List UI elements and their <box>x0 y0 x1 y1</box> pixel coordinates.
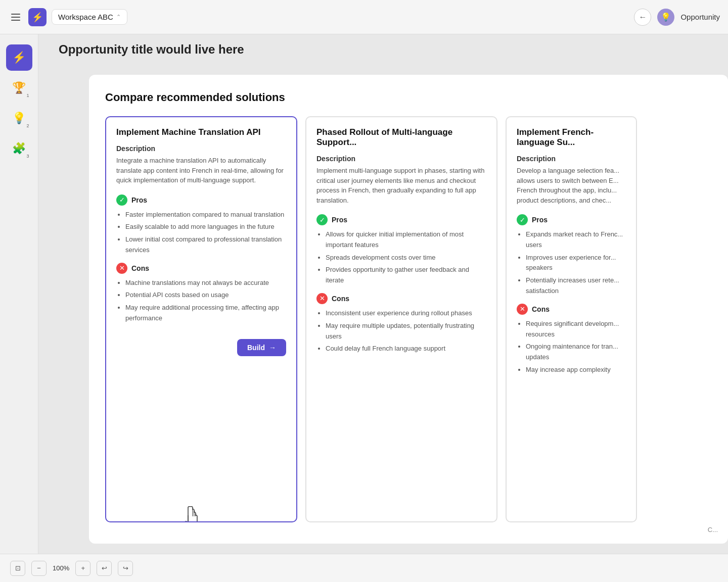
pros-label-3: Pros <box>532 216 548 224</box>
solution-card-1-title: Implement Machine Translation API <box>116 127 286 137</box>
flash-icon: ⚡ <box>12 51 26 64</box>
pros-list-2: Allows for quicker initial implementatio… <box>316 229 486 286</box>
left-sidebar: ⚡ 🏆 1 💡 2 🧩 3 <box>0 34 38 582</box>
cons-item: Potential API costs based on usage <box>125 290 286 301</box>
solution-card-3-desc-text: Develop a language selection fea... allo… <box>517 166 626 205</box>
pros-item: Provides opportunity to gather user feed… <box>326 265 486 286</box>
solution-card-3-cons: ✕ Cons Requires significant developm... … <box>517 304 626 375</box>
pros-item: Expands market reach to Frenc... users <box>526 229 626 251</box>
sidebar-item-puzzle[interactable]: 🧩 3 <box>6 135 32 162</box>
solution-card-3[interactable]: Implement French-language Su... Descript… <box>506 116 637 522</box>
app-icon: ⚡ <box>28 8 47 26</box>
cons-item: Machine translations may not always be a… <box>125 278 286 288</box>
solution-card-3-desc-label: Description <box>517 155 626 163</box>
pros-label-1: Pros <box>131 196 147 204</box>
solution-card-1[interactable]: Implement Machine Translation API Descri… <box>105 116 297 522</box>
sidebar-badge-3: 3 <box>26 154 29 159</box>
cons-header-3: ✕ Cons <box>517 304 626 315</box>
build-arrow-icon: → <box>269 344 276 352</box>
cons-item: May require multiple updates, potentiall… <box>326 321 486 342</box>
trophy-icon: 🏆 <box>12 81 26 94</box>
cons-header-2: ✕ Cons <box>316 293 486 304</box>
sidebar-badge-2: 2 <box>26 123 29 128</box>
cons-item: May increase app complexity <box>526 365 626 375</box>
minus-icon: − <box>37 564 41 572</box>
cons-label-3: Cons <box>532 305 550 313</box>
pros-list-1: Faster implementation compared to manual… <box>116 210 286 256</box>
solution-card-1-cons: ✕ Cons Machine translations may not alwa… <box>116 263 286 324</box>
pros-icon-1: ✓ <box>116 195 127 206</box>
sidebar-item-idea[interactable]: 💡 2 <box>6 105 32 131</box>
pros-item: Improves user experience for... speakers <box>526 253 626 274</box>
zoom-in-button[interactable]: + <box>75 561 90 576</box>
cons-icon-2: ✕ <box>316 293 328 304</box>
cons-item: May require additional processing time, … <box>125 303 286 324</box>
sidebar-item-trophy[interactable]: 🏆 1 <box>6 75 32 101</box>
corner-label: C... <box>708 526 718 534</box>
pros-item: Allows for quicker initial implementatio… <box>326 229 486 251</box>
redo-icon: ↪ <box>123 564 128 572</box>
fit-view-button[interactable]: ⊡ <box>10 561 25 576</box>
workspace-name: Workspace ABC <box>58 13 113 21</box>
menu-button[interactable] <box>8 11 23 24</box>
solution-card-1-desc-label: Description <box>116 144 286 153</box>
top-bar-right: ← 💡 Opportunity <box>634 9 720 26</box>
solution-card-1-pros: ✓ Pros Faster implementation compared to… <box>116 195 286 256</box>
right-panel-header: Opportunity title would live here <box>38 34 728 65</box>
puzzle-icon: 🧩 <box>12 142 26 155</box>
top-bar: ⚡ Workspace ABC ⌃ ← 💡 Opportunity <box>0 0 728 34</box>
cons-icon-3: ✕ <box>517 304 528 315</box>
redo-button[interactable]: ↪ <box>118 561 133 576</box>
sidebar-item-flash[interactable]: ⚡ <box>6 44 32 71</box>
opportunity-label: Opportunity <box>680 13 720 21</box>
solution-card-2-title: Phased Rollout of Multi-language Support… <box>316 127 486 148</box>
workspace-selector[interactable]: Workspace ABC ⌃ <box>52 9 127 25</box>
undo-button[interactable]: ↩ <box>97 561 112 576</box>
solution-card-3-title: Implement French-language Su... <box>517 127 626 148</box>
pros-header-1: ✓ Pros <box>116 195 286 206</box>
chevron-down-icon: ⌃ <box>116 14 121 20</box>
pros-header-3: ✓ Pros <box>517 214 626 225</box>
cons-header-1: ✕ Cons <box>116 263 286 274</box>
solution-card-2-desc-text: Implement multi-language support in phas… <box>316 166 486 205</box>
solutions-grid: Implement Machine Translation API Descri… <box>105 116 712 522</box>
pros-icon-2: ✓ <box>316 214 328 225</box>
cons-item: Ongoing maintenance for tran... updates <box>526 342 626 363</box>
pros-item: Lower initial cost compared to professio… <box>125 234 286 256</box>
opportunity-icon: 💡 <box>657 9 674 26</box>
pros-item: Spreads development costs over time <box>326 253 486 263</box>
pros-header-2: ✓ Pros <box>316 214 486 225</box>
solution-card-3-pros: ✓ Pros Expands market reach to Frenc... … <box>517 214 626 297</box>
pros-list-3: Expands market reach to Frenc... users I… <box>517 229 626 297</box>
pros-item: Faster implementation compared to manual… <box>125 210 286 220</box>
plus-icon: + <box>81 564 85 572</box>
pros-icon-3: ✓ <box>517 214 528 225</box>
solution-card-2-cons: ✕ Cons Inconsistent user experience duri… <box>316 293 486 354</box>
fit-icon: ⊡ <box>15 564 21 572</box>
bottom-bar: ⊡ − 100% + ↩ ↪ <box>0 554 728 582</box>
solution-card-1-desc-text: Integrate a machine translation API to a… <box>116 156 286 185</box>
build-button-1[interactable]: Build → <box>237 339 286 356</box>
pros-item: Easily scalable to add more languages in… <box>125 222 286 232</box>
cons-item: Could delay full French language support <box>326 344 486 354</box>
back-button[interactable]: ← <box>634 9 651 26</box>
cons-icon-1: ✕ <box>116 263 127 274</box>
zoom-out-button[interactable]: − <box>31 561 47 576</box>
cons-label-2: Cons <box>332 295 349 303</box>
cons-list-3: Requires significant developm... resourc… <box>517 319 626 375</box>
opportunity-title: Opportunity title would live here <box>59 42 244 57</box>
cons-list-1: Machine translations may not always be a… <box>116 278 286 324</box>
idea-icon: 💡 <box>12 112 26 125</box>
solution-card-2[interactable]: Phased Rollout of Multi-language Support… <box>305 116 497 522</box>
cursor-pointer <box>182 506 202 522</box>
cons-item: Requires significant developm... resourc… <box>526 319 626 340</box>
undo-icon: ↩ <box>102 564 107 572</box>
pros-item: Potentially increases user rete... satis… <box>526 275 626 297</box>
solution-card-2-pros: ✓ Pros Allows for quicker initial implem… <box>316 214 486 286</box>
main-area: Opportunity title would live here Compar… <box>38 34 728 554</box>
modal-title: Compare recommended solutions <box>105 91 712 104</box>
back-arrow-icon: ← <box>639 13 647 22</box>
zoom-level: 100% <box>53 564 69 572</box>
cons-label-1: Cons <box>131 264 149 272</box>
pros-label-2: Pros <box>332 216 347 224</box>
